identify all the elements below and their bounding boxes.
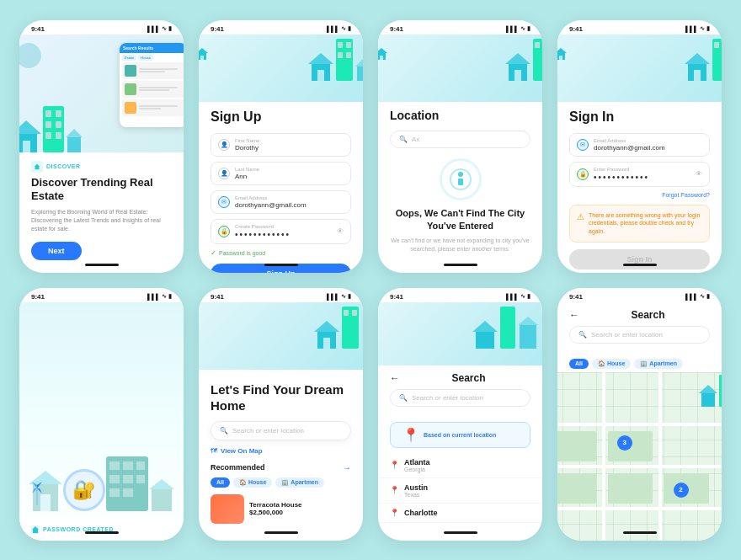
mail-icon-si: ✉ [577, 139, 589, 151]
svg-rect-23 [357, 67, 363, 81]
svg-marker-24 [199, 48, 208, 53]
map-filter-all[interactable]: All [569, 359, 589, 369]
search-field-8[interactable]: 🔍 Search or enter location [569, 326, 710, 344]
password-field-signup[interactable]: 🔒 Create Password •••••••••••• 👁 [211, 219, 351, 244]
filter-house[interactable]: 🏠 House [233, 477, 272, 488]
lock-symbol: 🔐 [72, 479, 95, 501]
map-filter-house[interactable]: 🏠 House [592, 359, 631, 369]
signin-illustration [557, 35, 722, 102]
home-indicator-4 [623, 264, 657, 266]
signal-icon-3: ▌▌▌ [506, 26, 519, 32]
eye-icon-signup[interactable]: 👁 [337, 227, 344, 235]
last-name-label: Last Name [235, 167, 259, 172]
battery-icon-6: ▮ [348, 293, 351, 300]
wifi-icon-5: ∿ [162, 293, 167, 300]
svg-rect-8 [45, 132, 51, 139]
forgot-password-link[interactable]: Forgot Password? [569, 192, 710, 198]
status-bar-8: 9:41 ▌▌▌ ∿ ▮ [557, 288, 722, 302]
svg-marker-80 [699, 385, 717, 393]
location-item-austin[interactable]: 📍 Austin Texas [378, 478, 542, 504]
first-name-field[interactable]: 👤 First Name Dorothy [211, 133, 351, 157]
first-name-value: Dorothy [235, 144, 259, 152]
loc-house-1 [505, 51, 530, 81]
search-placeholder-6: Search or enter location [232, 427, 304, 435]
signal-icon-5: ▌▌▌ [147, 294, 160, 300]
error-message: There are something wrong with your logi… [589, 211, 702, 236]
time-2: 9:41 [211, 25, 224, 33]
location-logo [378, 47, 388, 64]
email-field-signin[interactable]: ✉ Email Address dorothyann@gmail.com [569, 133, 710, 157]
battery-icon-5: ▮ [168, 293, 172, 300]
back-arrow-8[interactable]: ← [569, 309, 579, 321]
recommended-label: Recommended [211, 463, 265, 472]
svg-rect-29 [514, 70, 521, 81]
signin-button[interactable]: Sign In [569, 249, 710, 269]
home-indicator-8 [623, 531, 657, 534]
card-search-list: 9:41 ▌▌▌ ∿ ▮ ← Search 🔍 Search or enter … [378, 288, 542, 541]
svg-rect-81 [701, 393, 715, 407]
back-arrow-7[interactable]: ← [390, 372, 400, 384]
warning-icon: ⚠ [577, 212, 584, 221]
map-filter-apartment-label: Apartmen [649, 360, 677, 366]
filter-all[interactable]: All [211, 477, 230, 488]
signin-error-box: ⚠ There are something wrong with your lo… [569, 205, 710, 243]
svg-rect-59 [123, 488, 133, 497]
status-bar-5: 9:41 ▌▌▌ ∿ ▮ [19, 288, 184, 302]
status-bar-6: 9:41 ▌▌▌ ∿ ▮ [199, 288, 363, 302]
next-button[interactable]: Next [31, 242, 82, 260]
map-houses-deco [696, 372, 722, 409]
map-link[interactable]: 🗺 View On Map [211, 447, 351, 455]
pc-house-2 [106, 456, 148, 511]
map-pin-1: 3 [617, 435, 632, 451]
battery-icon-8: ▮ [706, 293, 710, 300]
current-location-suggestion[interactable]: 📍 Based on current location [390, 422, 530, 448]
battery-icon-4: ▮ [706, 25, 710, 32]
signal-icon-7: ▌▌▌ [506, 294, 519, 300]
mockup-tag-1: Estate [122, 55, 136, 61]
filter-apartment[interactable]: 🏢 Apartmen [275, 477, 324, 488]
battery-icon-7: ▮ [527, 293, 530, 300]
password-created-bg: 🔐 [19, 302, 184, 541]
svg-rect-16 [317, 70, 324, 81]
sl-house-2 [500, 307, 515, 349]
location-item-charlotte[interactable]: 📍 Charlotte [378, 504, 542, 523]
svg-rect-76 [476, 332, 494, 349]
svg-rect-47 [559, 56, 562, 60]
signup-house-3 [355, 57, 363, 81]
road-h-3 [557, 507, 722, 510]
search-input-wrapper-7: 🔍 Search or enter location [378, 389, 542, 417]
password-field-signin[interactable]: 🔒 Enter Password •••••••••••• 👁 [569, 162, 710, 187]
pin-icon-atlanta: 📍 [390, 461, 399, 469]
status-icons-8: ▌▌▌ ∿ ▮ [685, 293, 710, 300]
eye-icon-si[interactable]: 👁 [696, 170, 702, 178]
password-hint: ✓ Password is good [211, 249, 351, 257]
last-name-field[interactable]: 👤 Last Name Ann [211, 162, 351, 185]
search-field-7[interactable]: 🔍 Search or enter location [390, 389, 530, 407]
svg-marker-69 [314, 321, 339, 332]
svg-rect-18 [338, 42, 343, 48]
location-error-subtitle: We can't find or we have not expanding t… [390, 237, 530, 253]
pin-label-2: 2 [679, 486, 682, 493]
time-1: 9:41 [31, 25, 45, 33]
dream-home-search[interactable]: 🔍 Search or enter location [211, 421, 351, 440]
svg-rect-7 [56, 121, 61, 128]
email-field-signup[interactable]: ✉ Email Address dorothyann@gmail.com [211, 190, 351, 214]
wifi-icon-8: ∿ [700, 293, 705, 300]
status-icons-3: ▌▌▌ ∿ ▮ [506, 25, 530, 32]
location-item-atlanta[interactable]: 📍 Atlanta Georgia [378, 453, 542, 478]
signin-content: Sign In ✉ Email Address dorothyann@gmail… [557, 102, 722, 273]
map-filter-apartment[interactable]: 🏢 Apartmen [634, 359, 683, 369]
loc-house-2 [533, 39, 542, 81]
phone-mockup: Search Results Estate House [120, 43, 184, 127]
recommended-arrow[interactable]: → [343, 463, 351, 472]
svg-rect-41 [694, 70, 701, 81]
map-container[interactable]: 3 2 [557, 372, 722, 541]
svg-rect-57 [136, 475, 145, 483]
location-search-field[interactable]: 🔍 Ax [390, 131, 530, 148]
user-icon-1: 👤 [218, 139, 230, 151]
svg-rect-43 [714, 42, 719, 48]
location-dot-icon: 📍 [402, 427, 419, 443]
house-icon-filter: 🏠 [239, 479, 247, 486]
home-indicator-5 [85, 531, 119, 534]
search-map-title: Search [586, 309, 710, 321]
